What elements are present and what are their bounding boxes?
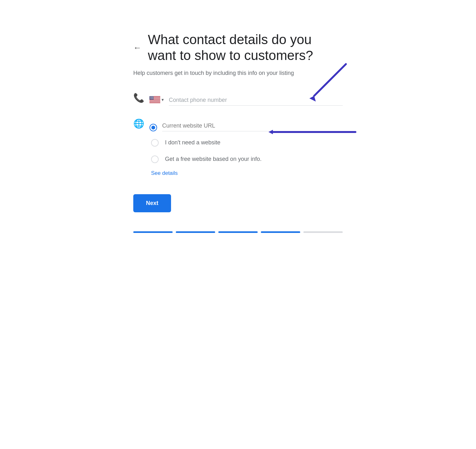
url-input[interactable] bbox=[162, 122, 343, 129]
svg-rect-7 bbox=[149, 101, 160, 102]
svg-point-25 bbox=[151, 98, 151, 98]
free-website-label: Get a free website based on your info. bbox=[165, 156, 261, 162]
svg-rect-8 bbox=[149, 102, 160, 102]
phone-row: 📞 bbox=[133, 93, 343, 106]
svg-point-20 bbox=[151, 97, 151, 98]
svg-point-11 bbox=[151, 96, 151, 97]
progress-segment-5 bbox=[303, 231, 343, 233]
svg-point-19 bbox=[150, 97, 150, 98]
svg-point-16 bbox=[151, 97, 151, 97]
svg-point-28 bbox=[150, 98, 150, 99]
see-details-link[interactable]: See details bbox=[133, 169, 343, 182]
country-selector[interactable]: ▾ bbox=[149, 96, 164, 103]
svg-point-35 bbox=[152, 99, 152, 99]
progress-segment-2 bbox=[176, 231, 215, 233]
url-input-wrapper bbox=[162, 122, 343, 131]
page-title: What contact details do you want to show… bbox=[148, 32, 343, 64]
phone-icon: 📞 bbox=[133, 93, 144, 103]
no-website-option[interactable]: I don't need a website bbox=[133, 135, 343, 151]
svg-point-32 bbox=[153, 98, 153, 99]
progress-bar bbox=[133, 231, 343, 233]
progress-segment-4 bbox=[261, 231, 300, 233]
current-url-radio[interactable] bbox=[149, 124, 157, 131]
svg-point-29 bbox=[151, 98, 151, 99]
svg-point-10 bbox=[150, 96, 150, 97]
svg-point-33 bbox=[150, 99, 151, 99]
svg-point-27 bbox=[153, 98, 153, 98]
svg-point-14 bbox=[153, 96, 153, 97]
svg-point-24 bbox=[150, 98, 151, 98]
phone-input[interactable] bbox=[169, 97, 343, 103]
next-button[interactable]: Next bbox=[133, 194, 171, 212]
no-website-radio[interactable] bbox=[151, 139, 159, 147]
svg-point-15 bbox=[150, 97, 151, 97]
globe-icon: 🌐 bbox=[133, 118, 144, 129]
back-button[interactable]: ← What contact details do you want to sh… bbox=[133, 32, 343, 64]
phone-input-wrapper bbox=[169, 97, 343, 106]
website-url-row: 🌐 bbox=[133, 118, 343, 131]
progress-segment-1 bbox=[133, 231, 173, 233]
svg-point-36 bbox=[153, 99, 153, 99]
website-section: 🌐 I don't need a website Get a free webs… bbox=[133, 118, 343, 182]
us-flag-icon bbox=[149, 96, 160, 103]
progress-segment-3 bbox=[218, 231, 258, 233]
svg-point-21 bbox=[151, 97, 152, 98]
svg-point-23 bbox=[153, 97, 153, 98]
free-website-option[interactable]: Get a free website based on your info. bbox=[133, 151, 343, 168]
svg-point-12 bbox=[151, 96, 152, 97]
svg-point-22 bbox=[152, 97, 153, 98]
svg-rect-6 bbox=[149, 100, 160, 101]
svg-point-17 bbox=[152, 97, 152, 97]
page-subtitle: Help customers get in touch by including… bbox=[133, 69, 343, 77]
svg-point-18 bbox=[153, 97, 153, 97]
svg-point-30 bbox=[151, 98, 152, 99]
dropdown-arrow-icon: ▾ bbox=[162, 97, 164, 102]
back-arrow-icon: ← bbox=[133, 43, 142, 52]
svg-point-13 bbox=[152, 96, 153, 97]
svg-point-31 bbox=[152, 98, 153, 99]
svg-point-34 bbox=[151, 99, 151, 99]
no-website-label: I don't need a website bbox=[165, 139, 221, 146]
svg-point-26 bbox=[152, 98, 152, 98]
free-website-radio[interactable] bbox=[151, 155, 159, 163]
